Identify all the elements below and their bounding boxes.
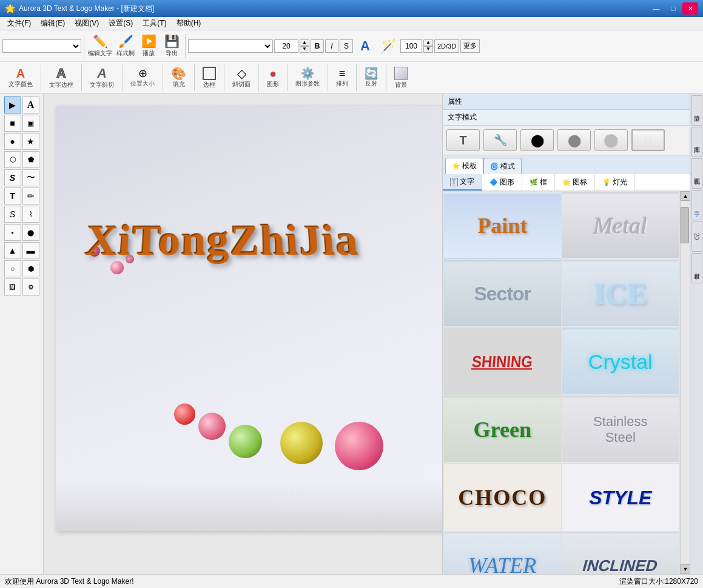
- select-tool[interactable]: ▶: [4, 96, 21, 113]
- tab-mode[interactable]: 🌀 模式: [483, 158, 522, 174]
- shape-button[interactable]: ● 图形: [263, 66, 283, 90]
- template-crystal[interactable]: Crystal: [562, 328, 679, 395]
- pencil-tool[interactable]: ✏: [22, 188, 39, 204]
- menu-settings[interactable]: 设置(S): [104, 17, 138, 30]
- format-font-select[interactable]: [188, 39, 273, 53]
- pentagon-tool[interactable]: ⬟: [22, 151, 39, 168]
- play-button[interactable]: ▶️ 播放: [138, 33, 160, 59]
- maximize-button[interactable]: □: [665, 2, 681, 15]
- font-size-input[interactable]: [274, 39, 298, 53]
- strikethrough-button[interactable]: S: [340, 39, 353, 53]
- hex-tool[interactable]: ⬡: [4, 151, 21, 168]
- italic-button[interactable]: I: [325, 39, 338, 53]
- curve-tool[interactable]: ⌇: [22, 206, 39, 223]
- edit-text-button[interactable]: ✏️ 编辑文字: [87, 33, 113, 59]
- template-choco[interactable]: CHOCO: [444, 464, 561, 531]
- right-icon-1[interactable]: 渲染: [691, 95, 702, 126]
- scroll-up-button[interactable]: ▲: [681, 191, 690, 201]
- reflect-button[interactable]: 🔄 反射: [361, 67, 382, 89]
- subtab-light[interactable]: 💡 灯光: [595, 174, 635, 191]
- scroll-thumb[interactable]: [681, 207, 689, 243]
- mode-btn-1[interactable]: T: [446, 129, 480, 151]
- position-size-button[interactable]: ⊕ 位置大小: [127, 67, 158, 89]
- size-100-up[interactable]: ▲: [423, 39, 433, 46]
- settings-tool[interactable]: ⚙: [22, 279, 39, 296]
- bold-button[interactable]: B: [311, 39, 324, 53]
- export-button[interactable]: 💾 导出: [161, 33, 183, 59]
- s2-tool[interactable]: S: [4, 206, 21, 223]
- mode-btn-6[interactable]: ○: [631, 129, 665, 151]
- template-ice[interactable]: ICE: [562, 260, 679, 327]
- font-size-up[interactable]: ▲: [300, 39, 309, 46]
- right-icon-3[interactable]: 视图: [691, 158, 702, 189]
- tab-template[interactable]: ⭐ 模板: [445, 158, 483, 174]
- reflect-icon: 🔄: [365, 68, 378, 79]
- right-icon-2[interactable]: 图库: [691, 127, 702, 157]
- image-tool[interactable]: 🖼: [4, 279, 21, 296]
- template-inclined[interactable]: INCLINED: [562, 532, 679, 574]
- right-icon-6[interactable]: 素材: [691, 253, 702, 283]
- menu-file[interactable]: 文件(F): [2, 17, 36, 30]
- text-skew-button[interactable]: A 文字斜切: [86, 66, 118, 90]
- mode-btn-5[interactable]: ⬤: [594, 129, 628, 151]
- rect-tool[interactable]: ■: [4, 115, 21, 132]
- right-icon-5[interactable]: 20: [691, 221, 702, 252]
- menu-tools[interactable]: 工具(T): [138, 17, 171, 30]
- template-shining[interactable]: SHINING: [444, 328, 561, 395]
- triangle-tool[interactable]: ▲: [4, 242, 21, 259]
- menu-help[interactable]: 帮助(H): [172, 17, 206, 30]
- font-style-a-button[interactable]: A: [354, 38, 376, 55]
- border-button[interactable]: 边框: [199, 66, 220, 90]
- circle-tool[interactable]: ●: [4, 133, 21, 150]
- ring-tool[interactable]: ○: [4, 260, 21, 277]
- template-stainless[interactable]: StainlessSteel: [562, 396, 679, 463]
- bevel-button[interactable]: ◇ 斜切面: [229, 66, 254, 90]
- fill-button[interactable]: 🎨 填充: [167, 66, 190, 90]
- text-tool[interactable]: A: [22, 96, 39, 113]
- 2d3d-button[interactable]: 2D/3D: [434, 39, 459, 53]
- subtab-icon[interactable]: 🌟 图标: [555, 174, 595, 191]
- wave-tool[interactable]: 〜: [22, 169, 39, 186]
- canvas[interactable]: XiTongZhiJia: [56, 106, 442, 531]
- font-size-down[interactable]: ▼: [300, 46, 309, 53]
- template-paint[interactable]: Paint: [444, 192, 561, 259]
- canvas-area[interactable]: XiTongZhiJia: [44, 94, 442, 574]
- text-border-button[interactable]: A 文字边框: [45, 66, 77, 90]
- template-metal[interactable]: Metal: [562, 192, 679, 259]
- scroll-down-button[interactable]: ▼: [681, 564, 690, 574]
- rounded-rect-tool[interactable]: ▣: [22, 115, 39, 132]
- square-tool[interactable]: ▪: [4, 224, 21, 241]
- template-sector[interactable]: Sector: [444, 260, 561, 327]
- mode-btn-2[interactable]: 🔧: [483, 129, 517, 151]
- menu-view[interactable]: 视图(V): [70, 17, 104, 30]
- t-shape-tool[interactable]: T: [4, 188, 21, 204]
- template-style[interactable]: STYLE: [562, 464, 679, 531]
- canvas-main-text[interactable]: XiTongZhiJia: [84, 216, 362, 266]
- style-button[interactable]: 🖌️ 样式制: [115, 33, 136, 59]
- template-water[interactable]: WATER: [444, 532, 561, 574]
- more-button[interactable]: 更多: [460, 39, 480, 53]
- shape-params-button[interactable]: ⚙️ 图形参数: [292, 67, 323, 89]
- subtab-text[interactable]: T 文字: [443, 174, 482, 191]
- template-green[interactable]: Green: [444, 396, 561, 463]
- oval-tool[interactable]: ⬤: [22, 224, 39, 241]
- arrange-button[interactable]: ≡ 排列: [332, 67, 352, 89]
- wand-button[interactable]: 🪄: [377, 38, 399, 55]
- menu-edit[interactable]: 编辑(E): [36, 17, 70, 30]
- size-100-down[interactable]: ▼: [423, 46, 433, 53]
- text-color-button[interactable]: A 文字颜色: [5, 66, 36, 90]
- subtab-frame[interactable]: 🌿 框: [522, 174, 555, 191]
- minimize-button[interactable]: —: [648, 2, 664, 15]
- s-curve-tool[interactable]: S: [4, 169, 21, 186]
- right-icon-4[interactable]: 字: [691, 190, 702, 220]
- star-tool[interactable]: ★: [22, 133, 39, 150]
- mode-btn-3[interactable]: ⬤: [520, 129, 554, 151]
- mode-btn-4[interactable]: ⬤: [557, 129, 591, 151]
- background-button[interactable]: 背景: [391, 66, 411, 90]
- close-button[interactable]: ✕: [682, 2, 698, 15]
- hex2-tool[interactable]: ⬢: [22, 260, 39, 277]
- font-select[interactable]: [2, 39, 81, 53]
- size-100-input[interactable]: [400, 39, 422, 53]
- subtab-shape[interactable]: 🔷 图形: [482, 174, 522, 191]
- line-tool[interactable]: ▬: [22, 242, 39, 259]
